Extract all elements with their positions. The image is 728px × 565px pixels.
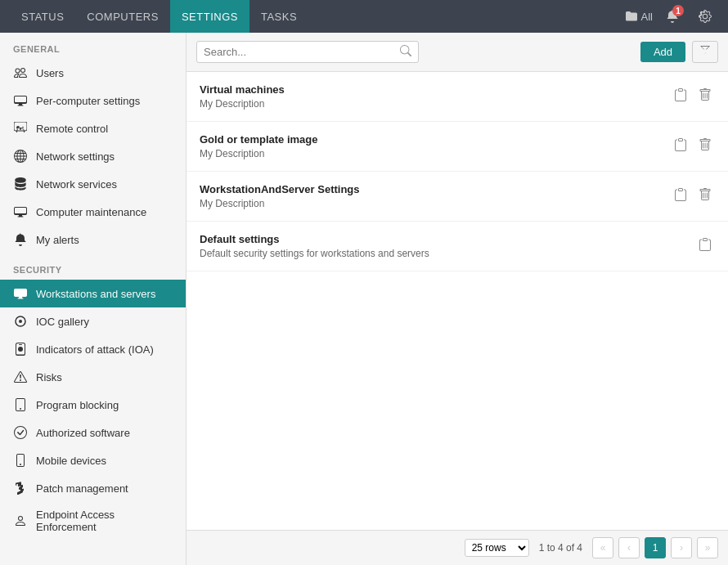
gear-icon bbox=[699, 10, 712, 23]
sidebar-item-risks[interactable]: Risks bbox=[0, 363, 186, 391]
list-item: Virtual machines My Description bbox=[186, 72, 728, 122]
monitor-icon bbox=[13, 93, 28, 108]
sidebar-item-authorized-software[interactable]: Authorized software bbox=[0, 419, 186, 446]
item-title: Virtual machines bbox=[200, 83, 285, 96]
checkmark-icon bbox=[13, 425, 28, 440]
item-title: WorkstationAndServer Settings bbox=[200, 183, 360, 195]
nav-computers[interactable]: COMPUTERS bbox=[75, 0, 170, 33]
general-section-label: GENERAL bbox=[0, 33, 186, 59]
rows-dropdown[interactable]: 10 rows 25 rows 50 rows 100 rows bbox=[465, 539, 529, 557]
pagination-bar: 10 rows 25 rows 50 rows 100 rows 1 to 4 … bbox=[186, 530, 728, 565]
page-1-button[interactable]: 1 bbox=[645, 537, 666, 558]
delete-button[interactable] bbox=[695, 135, 715, 155]
filter-button[interactable] bbox=[692, 41, 718, 63]
trash-icon bbox=[699, 88, 712, 101]
sidebar-item-endpoint-access-label: Endpoint Access Enforcement bbox=[36, 509, 173, 533]
copy-icon bbox=[674, 188, 687, 201]
bell-nav-icon bbox=[13, 232, 28, 247]
copy-button[interactable] bbox=[695, 235, 715, 254]
sidebar-item-remote-label: Remote control bbox=[36, 123, 108, 135]
search-input[interactable] bbox=[204, 46, 395, 58]
item-description: Default security settings for workstatio… bbox=[200, 248, 429, 259]
settings-gear-button[interactable] bbox=[692, 3, 718, 29]
first-page-button[interactable]: « bbox=[592, 537, 613, 558]
delete-button[interactable] bbox=[695, 185, 715, 204]
item-description: My Description bbox=[200, 148, 317, 159]
sidebar-item-patch-management-label: Patch management bbox=[36, 482, 128, 495]
sidebar-item-program-blocking[interactable]: Program blocking bbox=[0, 391, 186, 419]
copy-button[interactable] bbox=[671, 185, 690, 204]
rows-select[interactable]: 10 rows 25 rows 50 rows 100 rows bbox=[465, 539, 529, 557]
item-description: My Description bbox=[200, 198, 360, 209]
nav-tasks[interactable]: TASKS bbox=[249, 0, 308, 33]
sidebar-item-per-computer[interactable]: Per-computer settings bbox=[0, 87, 186, 114]
item-description: My Description bbox=[200, 98, 285, 110]
svg-point-2 bbox=[19, 320, 22, 323]
folder-label-text: All bbox=[641, 11, 653, 23]
list-item: WorkstationAndServer Settings My Descrip… bbox=[186, 172, 728, 222]
add-button[interactable]: Add bbox=[640, 42, 685, 62]
notification-badge: 1 bbox=[672, 5, 684, 16]
sidebar-item-mobile-devices-label: Mobile devices bbox=[36, 455, 106, 467]
next-page-button[interactable]: › bbox=[671, 537, 692, 558]
notifications-button[interactable]: 1 bbox=[659, 3, 685, 29]
search-box[interactable] bbox=[196, 41, 419, 63]
copy-icon bbox=[674, 138, 687, 151]
sidebar-item-indicators-label: Indicators of attack (IOA) bbox=[36, 343, 154, 356]
sidebar-item-computer-maintenance[interactable]: Computer maintenance bbox=[0, 198, 186, 226]
phone-icon bbox=[13, 453, 28, 468]
sidebar-item-endpoint-access[interactable]: Endpoint Access Enforcement bbox=[0, 502, 186, 540]
sidebar-item-indicators-attack[interactable]: Indicators of attack (IOA) bbox=[0, 335, 186, 363]
item-title: Default settings bbox=[200, 233, 429, 245]
sidebar-item-authorized-software-label: Authorized software bbox=[36, 427, 130, 439]
person-lock-icon bbox=[13, 513, 28, 528]
security-section-label: SECURITY bbox=[0, 253, 186, 280]
list-item: Default settings Default security settin… bbox=[186, 222, 728, 271]
sidebar-item-workstations-label: Workstations and servers bbox=[36, 288, 155, 300]
users-icon bbox=[13, 65, 28, 80]
workstations-icon bbox=[13, 286, 28, 301]
page-range: 1 to 4 of 4 bbox=[539, 542, 582, 554]
sidebar-item-users[interactable]: Users bbox=[0, 59, 186, 87]
prev-page-button[interactable]: ‹ bbox=[618, 537, 640, 558]
content-toolbar: Add bbox=[186, 33, 728, 72]
folder-all-button[interactable]: All bbox=[625, 10, 653, 23]
list-item: Gold or template image My Description bbox=[186, 122, 728, 172]
tablet-icon bbox=[13, 397, 28, 412]
sidebar-item-network-settings[interactable]: Network settings bbox=[0, 142, 186, 170]
ioc-icon bbox=[13, 314, 28, 329]
search-icon bbox=[400, 45, 411, 59]
sidebar-item-ioc-gallery[interactable]: IOC gallery bbox=[0, 307, 186, 335]
folder-icon bbox=[625, 10, 638, 23]
sidebar-item-ioc-label: IOC gallery bbox=[36, 316, 89, 328]
sidebar-item-patch-management[interactable]: Patch management bbox=[0, 474, 186, 502]
filter-icon bbox=[699, 45, 711, 56]
sidebar-item-network-settings-label: Network settings bbox=[36, 150, 115, 163]
copy-button[interactable] bbox=[671, 85, 690, 105]
sidebar-item-network-services-label: Network services bbox=[36, 178, 117, 191]
copy-icon bbox=[699, 238, 712, 251]
sidebar-item-computer-maintenance-label: Computer maintenance bbox=[36, 206, 146, 218]
delete-button[interactable] bbox=[695, 85, 715, 105]
items-list: Virtual machines My Description Gold or … bbox=[186, 72, 728, 530]
sidebar-item-remote-control[interactable]: Remote control bbox=[0, 114, 186, 142]
sidebar-item-network-services[interactable]: Network services bbox=[0, 170, 186, 198]
remote-icon bbox=[13, 121, 28, 136]
nav-settings[interactable]: SETTINGS bbox=[170, 0, 249, 33]
sidebar-item-users-label: Users bbox=[36, 67, 64, 79]
main-content: Add Virtual machines My Description bbox=[186, 33, 728, 565]
nav-status[interactable]: STATUS bbox=[10, 0, 75, 33]
computer-icon bbox=[13, 204, 28, 219]
copy-button[interactable] bbox=[671, 135, 690, 155]
sidebar-item-my-alerts[interactable]: My alerts bbox=[0, 226, 186, 253]
sidebar-item-workstations[interactable]: Workstations and servers bbox=[0, 280, 186, 307]
copy-icon bbox=[674, 88, 687, 101]
sidebar-item-mobile-devices[interactable]: Mobile devices bbox=[0, 446, 186, 474]
trash-icon bbox=[699, 138, 712, 151]
patch-icon bbox=[13, 481, 28, 495]
warning-icon bbox=[13, 370, 28, 384]
trash-icon bbox=[699, 188, 712, 201]
sidebar-item-program-blocking-label: Program blocking bbox=[36, 399, 119, 411]
person-badge-icon bbox=[13, 342, 28, 356]
last-page-button[interactable]: » bbox=[697, 537, 718, 558]
